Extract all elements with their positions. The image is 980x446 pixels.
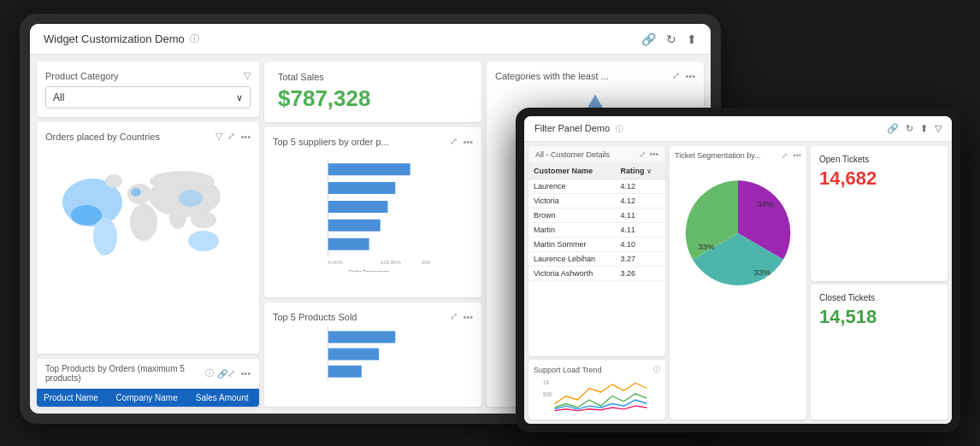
support-trend-card: Support Load Trend ⓘ 1K 800	[528, 360, 665, 420]
chevron-down-icon: ∨	[236, 92, 243, 103]
support-title-row: Support Load Trend ⓘ	[534, 365, 660, 374]
dashboard-title: Widget Customization Demo ⓘ	[44, 32, 199, 45]
expand-suppliers-icon[interactable]: ⤢	[450, 136, 458, 147]
rating-cell: 4.12	[615, 179, 665, 194]
front-link-icon[interactable]: 🔗	[887, 123, 899, 134]
closed-tickets-card: Closed Tickets 14,518	[811, 285, 948, 420]
front-info-icon: ⓘ	[616, 125, 623, 133]
table-title: Top Products by Orders (maximum 5 produc…	[45, 364, 227, 383]
svg-rect-16	[328, 220, 381, 232]
more-customer-icon[interactable]: •••	[649, 150, 658, 159]
rating-cell: 4.11	[615, 223, 665, 238]
customer-table-card: All - Customer Details ⤢ ••• Customer Na…	[528, 146, 665, 356]
products-sold-chart-card: Top 5 Products Sold ⤢ •••	[264, 302, 481, 407]
col-product-name: Product Name	[37, 389, 109, 407]
pie-chart-svg: 34% 33% 33%	[675, 165, 801, 302]
closed-tickets-value: 14,518	[819, 306, 939, 328]
svg-point-7	[150, 171, 215, 191]
header-icons: 🔗 ↻ ⬆	[641, 32, 697, 46]
suppliers-bar-chart-svg: 0.00% 100.00% 200 Order Percentage	[273, 152, 473, 272]
customer-table-body: Laurence 4.12 Victoria 4.12 Brown 4.11	[528, 179, 665, 281]
suppliers-chart-card: Top 5 suppliers by order p... ⤢ •••	[264, 127, 481, 297]
table-row: Laurence Lebihan 3.27	[528, 252, 665, 267]
front-tablet-screen: Filter Panel Demo ⓘ 🔗 ↻ ⬆ ▽ All - Custom…	[524, 116, 952, 424]
customer-table-icons: ⤢ •••	[639, 150, 658, 159]
table-row: Brown 4.11	[528, 208, 665, 223]
products-data-table: Product Name Company Name Sales Amount	[37, 389, 259, 407]
rating-cell: 4.11	[615, 208, 665, 223]
front-filter-icon[interactable]: ▽	[935, 123, 942, 134]
title-text: Widget Customization Demo	[44, 32, 185, 45]
closed-tickets-label: Closed Tickets	[819, 293, 939, 302]
link-icon[interactable]: 🔗	[641, 32, 656, 46]
svg-text:Order Percentage: Order Percentage	[348, 268, 390, 272]
product-category-select[interactable]: All ∨	[45, 86, 251, 109]
svg-rect-14	[328, 182, 396, 194]
customer-name-cell: Laurence	[528, 179, 615, 194]
more-table-icon[interactable]: •••	[240, 368, 251, 379]
rating-cell: 4.10	[615, 238, 665, 252]
expand-products-icon[interactable]: ⤢	[450, 311, 458, 322]
svg-point-11	[131, 188, 141, 197]
front-header: Filter Panel Demo ⓘ 🔗 ↻ ⬆ ▽	[524, 116, 952, 142]
svg-rect-25	[328, 366, 362, 378]
customer-name-cell: Laurence Lebihan	[528, 252, 615, 267]
products-sold-chart-svg	[273, 327, 473, 387]
front-refresh-icon[interactable]: ↻	[906, 123, 913, 134]
table-link-icon[interactable]: 🔗	[217, 369, 227, 379]
front-export-icon[interactable]: ⬆	[920, 123, 928, 134]
open-tickets-value: 14,682	[819, 167, 939, 190]
expand-table-icon[interactable]: ⤢	[227, 368, 235, 379]
expand-categories-icon[interactable]: ⤢	[672, 70, 680, 81]
expand-customer-icon[interactable]: ⤢	[639, 150, 646, 159]
products-sold-title-row: Top 5 Products Sold ⤢ •••	[273, 311, 473, 322]
refresh-icon[interactable]: ↻	[666, 32, 676, 46]
front-title-row: Filter Panel Demo ⓘ	[534, 123, 623, 135]
col-customer-name[interactable]: Customer Name	[528, 163, 615, 179]
categories-card-icons: ⤢ •••	[672, 70, 695, 81]
filter-map-icon[interactable]: ▽	[215, 131, 222, 142]
products-sold-card-icons: ⤢ •••	[450, 311, 473, 322]
front-title-text: Filter Panel Demo	[534, 123, 610, 133]
table-row: Martin Sommer 4.10	[528, 238, 665, 252]
more-categories-icon[interactable]: •••	[685, 71, 695, 81]
filter-label-text: Product Category	[45, 71, 119, 81]
front-right-column: Open Tickets 14,682 Closed Tickets 14,51…	[811, 146, 948, 420]
products-table-card: Top Products by Orders (maximum 5 produc…	[37, 359, 259, 407]
select-value: All	[53, 91, 64, 103]
col-rating[interactable]: Rating ∨	[615, 163, 665, 179]
total-sales-value: $787,328	[278, 85, 468, 112]
export-icon[interactable]: ⬆	[687, 32, 697, 46]
suppliers-title-row: Top 5 suppliers by order p... ⤢ •••	[273, 136, 473, 147]
more-ticket-icon[interactable]: •••	[794, 151, 801, 160]
more-map-icon[interactable]: •••	[240, 132, 251, 142]
svg-rect-24	[328, 349, 380, 361]
svg-text:33%: 33%	[754, 267, 771, 277]
svg-point-2	[105, 174, 122, 188]
open-tickets-card: Open Tickets 14,682	[811, 146, 948, 281]
more-products-icon[interactable]: •••	[463, 312, 473, 322]
svg-point-1	[71, 205, 102, 226]
svg-text:0.00%: 0.00%	[328, 259, 344, 265]
rating-cell: 3.26	[615, 267, 665, 281]
table-card-icons: ⤢ •••	[227, 368, 251, 379]
support-trend-title: Support Load Trend	[534, 366, 602, 374]
support-trend-chart-svg: 1K 800	[534, 377, 660, 415]
svg-rect-13	[328, 163, 410, 175]
filter-icon: ▽	[244, 70, 251, 81]
svg-rect-15	[328, 201, 388, 213]
suppliers-chart: 0.00% 100.00% 200 Order Percentage	[273, 152, 473, 289]
filter-card: Product Category ▽ All ∨	[37, 62, 259, 117]
ticket-segmentation-card: Ticket Segmentation by... ⤢ •••	[670, 146, 806, 420]
customer-table-col-headers: Customer Name Rating ∨	[528, 163, 665, 179]
customer-name-cell: Victoria	[528, 194, 615, 208]
col-sales-amount: Sales Amount	[189, 389, 259, 407]
table-row: Victoria Ashworth 3.26	[528, 267, 665, 281]
front-left-column: All - Customer Details ⤢ ••• Customer Na…	[528, 146, 665, 420]
ticket-seg-title: Ticket Segmentation by...	[675, 151, 761, 160]
more-suppliers-icon[interactable]: •••	[463, 137, 473, 147]
products-sold-title: Top 5 Products Sold	[273, 312, 357, 322]
expand-ticket-icon[interactable]: ⤢	[782, 151, 788, 160]
expand-map-icon[interactable]: ⤢	[227, 131, 235, 142]
suppliers-card-icons: ⤢ •••	[450, 136, 473, 147]
